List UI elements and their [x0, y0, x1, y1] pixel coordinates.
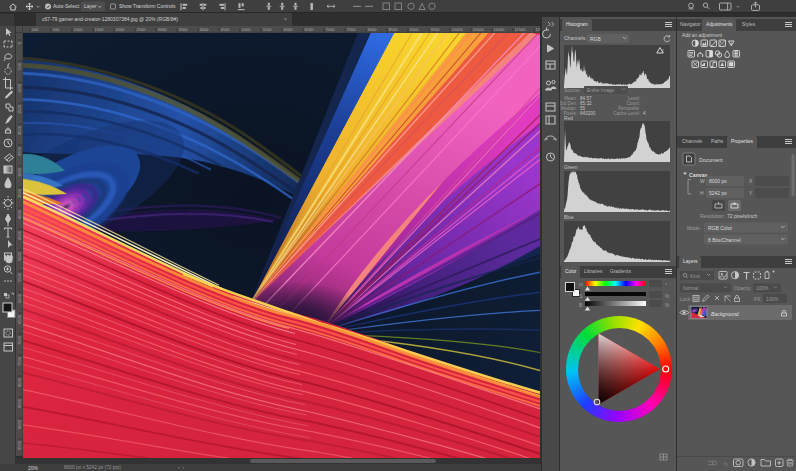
svg-text:3000: 3000 — [17, 167, 22, 177]
svg-text:fx: fx — [724, 461, 729, 467]
svg-text:10000: 10000 — [452, 27, 464, 32]
svg-text:Cache Level:: Cache Level: — [613, 111, 640, 116]
svg-text:Auto-Select:: Auto-Select: — [53, 3, 80, 9]
svg-text:9500: 9500 — [431, 27, 441, 32]
svg-text:7500: 7500 — [347, 27, 357, 32]
svg-text:Source:: Source: — [564, 88, 581, 93]
svg-text:Y: Y — [749, 190, 753, 196]
svg-text:6000: 6000 — [284, 27, 294, 32]
svg-text:8000: 8000 — [17, 377, 22, 387]
svg-text:1500: 1500 — [17, 104, 22, 114]
svg-text:8 Bits/Channel: 8 Bits/Channel — [708, 237, 741, 243]
svg-text:9500: 9500 — [17, 440, 22, 450]
svg-text:11500: 11500 — [515, 27, 527, 32]
svg-text:Lock:: Lock: — [680, 297, 691, 302]
svg-text:2000: 2000 — [116, 27, 126, 32]
svg-text:4500: 4500 — [221, 27, 231, 32]
svg-text:8500: 8500 — [17, 398, 22, 408]
svg-text:9000: 9000 — [410, 27, 420, 32]
svg-text:72 pixels/inch: 72 pixels/inch — [727, 213, 758, 219]
svg-text:X: X — [749, 178, 753, 184]
svg-text:8000 px: 8000 px — [709, 178, 727, 184]
svg-text:5000: 5000 — [242, 27, 252, 32]
svg-text:Kind: Kind — [690, 274, 700, 279]
svg-text:6500: 6500 — [305, 27, 315, 32]
svg-text:Layer: Layer — [84, 3, 97, 9]
svg-text:6000: 6000 — [17, 293, 22, 303]
svg-text:500: 500 — [17, 62, 22, 69]
svg-text:4000: 4000 — [17, 209, 22, 219]
svg-text:3000: 3000 — [158, 27, 168, 32]
svg-text:Fill:: Fill: — [754, 297, 761, 302]
svg-text:Mode:: Mode: — [687, 225, 701, 231]
svg-text:5242 px: 5242 px — [709, 190, 727, 196]
svg-text:Red: Red — [564, 116, 573, 121]
svg-text:Green: Green — [564, 165, 578, 170]
svg-text:3500: 3500 — [179, 27, 189, 32]
svg-text:W: W — [700, 178, 705, 184]
svg-text:!: ! — [662, 49, 663, 54]
svg-text:1000: 1000 — [17, 83, 22, 93]
svg-text:5500: 5500 — [263, 27, 273, 32]
svg-text:Background: Background — [711, 311, 740, 317]
svg-text:Normal: Normal — [683, 286, 698, 291]
svg-text:100%: 100% — [756, 286, 769, 291]
svg-text:5000: 5000 — [17, 251, 22, 261]
svg-text:3500: 3500 — [17, 188, 22, 198]
svg-text:Entire Image: Entire Image — [587, 88, 615, 93]
svg-text:2000: 2000 — [17, 125, 22, 135]
svg-text:RGB: RGB — [590, 36, 602, 42]
svg-text:11000: 11000 — [494, 27, 506, 32]
svg-text:1000: 1000 — [74, 27, 84, 32]
svg-text:Canvas: Canvas — [689, 172, 708, 178]
svg-text:5500: 5500 — [17, 272, 22, 282]
svg-text:9000: 9000 — [17, 419, 22, 429]
svg-text:10500: 10500 — [473, 27, 485, 32]
svg-text:RGB Color: RGB Color — [708, 225, 733, 231]
svg-text:2500: 2500 — [137, 27, 147, 32]
svg-text:Blue: Blue — [564, 215, 574, 220]
svg-text:7000: 7000 — [326, 27, 336, 32]
svg-text:6500: 6500 — [17, 314, 22, 324]
svg-text:100%: 100% — [766, 297, 779, 302]
svg-text:Document: Document — [699, 157, 723, 163]
svg-text:8500: 8500 — [389, 27, 399, 32]
svg-text:Show Transform Controls: Show Transform Controls — [119, 3, 176, 9]
svg-text:4000: 4000 — [200, 27, 210, 32]
svg-text:4: 4 — [643, 111, 646, 116]
svg-text:4500: 4500 — [17, 230, 22, 240]
svg-text:7000: 7000 — [17, 335, 22, 345]
svg-text:2500: 2500 — [17, 146, 22, 156]
svg-text:Opacity:: Opacity: — [734, 286, 752, 291]
svg-text:1500: 1500 — [95, 27, 105, 32]
svg-text:Resolution:: Resolution: — [700, 213, 725, 219]
svg-text:7500: 7500 — [17, 356, 22, 366]
svg-text:8000: 8000 — [368, 27, 378, 32]
svg-text:643200: 643200 — [580, 111, 596, 116]
svg-text:H: H — [700, 190, 704, 196]
svg-text:Channels:: Channels: — [564, 35, 587, 41]
